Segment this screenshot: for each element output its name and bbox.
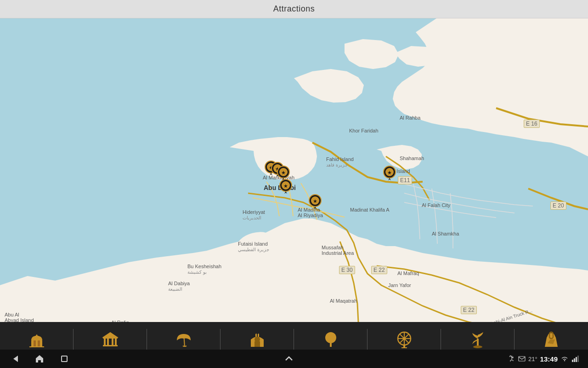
svg-point-48 bbox=[403, 337, 406, 340]
svg-text:★: ★ bbox=[283, 183, 288, 189]
svg-rect-42 bbox=[330, 342, 332, 347]
attraction-pin-6[interactable]: ★ bbox=[382, 166, 397, 180]
top-bar: Attractions bbox=[0, 0, 588, 18]
svg-rect-58 bbox=[572, 360, 573, 362]
android-nav-right: 21° 13:49 bbox=[508, 355, 579, 363]
usb-icon bbox=[508, 355, 515, 362]
svg-rect-29 bbox=[104, 339, 106, 345]
svg-rect-30 bbox=[107, 339, 109, 345]
svg-rect-38 bbox=[258, 334, 259, 337]
map-svg bbox=[0, 18, 588, 322]
svg-rect-25 bbox=[38, 340, 40, 347]
svg-rect-33 bbox=[103, 345, 118, 346]
svg-point-52 bbox=[473, 345, 482, 348]
svg-rect-56 bbox=[62, 356, 67, 362]
svg-rect-40 bbox=[257, 341, 260, 347]
svg-rect-60 bbox=[576, 357, 577, 362]
bottom-nav-wrapper: sightseeing museums bbox=[0, 322, 588, 368]
svg-rect-61 bbox=[577, 356, 579, 362]
svg-marker-54 bbox=[13, 356, 18, 362]
attraction-pin-5[interactable]: ★ bbox=[308, 194, 322, 209]
svg-rect-37 bbox=[255, 334, 257, 337]
android-nav: 21° 13:49 bbox=[0, 350, 588, 368]
map-container[interactable]: Al Rahba Khor Faridah Fahid Islandجزيرة … bbox=[0, 18, 588, 322]
svg-point-41 bbox=[325, 332, 336, 343]
signal-icon bbox=[571, 355, 579, 362]
home-button[interactable] bbox=[34, 353, 45, 364]
status-icons: 21° 13:49 bbox=[508, 355, 579, 363]
svg-text:★: ★ bbox=[387, 170, 392, 175]
svg-text:★: ★ bbox=[313, 198, 317, 204]
wifi-icon bbox=[560, 355, 569, 362]
page-title: Attractions bbox=[273, 4, 315, 14]
svg-rect-57 bbox=[519, 356, 525, 361]
android-nav-center bbox=[283, 353, 294, 364]
svg-rect-28 bbox=[103, 338, 118, 339]
svg-rect-32 bbox=[115, 339, 117, 345]
back-button[interactable] bbox=[9, 353, 20, 364]
android-nav-left bbox=[9, 353, 70, 364]
svg-rect-50 bbox=[401, 347, 407, 348]
attraction-pin-3[interactable]: ★ bbox=[276, 166, 291, 180]
email-icon bbox=[518, 355, 526, 362]
time-display: 13:49 bbox=[540, 355, 558, 363]
svg-text:★: ★ bbox=[281, 170, 286, 175]
up-button[interactable] bbox=[283, 353, 294, 364]
svg-rect-39 bbox=[254, 341, 257, 347]
svg-rect-22 bbox=[31, 340, 42, 347]
svg-rect-31 bbox=[112, 339, 113, 345]
svg-rect-24 bbox=[34, 340, 36, 347]
svg-rect-23 bbox=[35, 336, 39, 338]
svg-marker-55 bbox=[36, 355, 43, 362]
recent-apps-button[interactable] bbox=[59, 353, 70, 364]
temperature-display: 21° bbox=[528, 356, 537, 362]
svg-rect-59 bbox=[574, 358, 575, 362]
svg-marker-27 bbox=[102, 332, 119, 338]
svg-rect-26 bbox=[29, 346, 44, 347]
attraction-pin-4[interactable]: ★ bbox=[278, 179, 293, 194]
